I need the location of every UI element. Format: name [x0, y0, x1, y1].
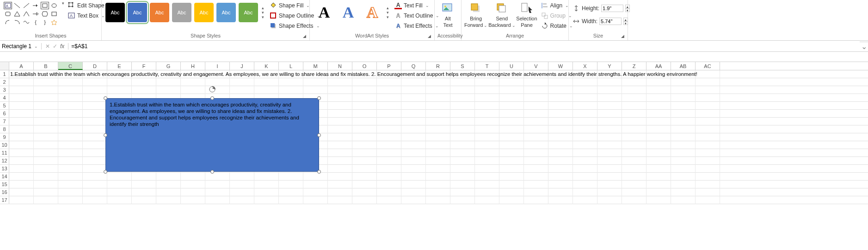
col-header-Y[interactable]: Y [597, 62, 622, 70]
cell-O8[interactable] [352, 125, 377, 133]
cell-V14[interactable] [524, 173, 548, 181]
cell-C12[interactable] [58, 157, 83, 165]
cell-L2[interactable] [279, 78, 303, 86]
cell-W17[interactable] [548, 196, 573, 204]
cell-V6[interactable] [524, 110, 548, 118]
cell-A8[interactable] [9, 125, 34, 133]
cell-P9[interactable] [377, 133, 401, 141]
cell-AB9[interactable] [671, 133, 696, 141]
cell-Q13[interactable] [401, 165, 426, 173]
cell-AA15[interactable] [646, 181, 671, 188]
cell-D12[interactable] [83, 157, 107, 165]
cell-P5[interactable] [377, 102, 401, 110]
cell-U17[interactable] [499, 196, 524, 204]
cell-Y3[interactable] [597, 86, 622, 94]
name-box-dropdown[interactable]: ⌄ [34, 44, 38, 49]
formula-accept-button[interactable]: ✓ [53, 43, 57, 50]
cell-A4[interactable] [9, 94, 34, 102]
cell-AB7[interactable] [671, 118, 696, 125]
cell-Y6[interactable] [597, 110, 622, 118]
cell-W12[interactable] [548, 157, 573, 165]
cell-N9[interactable] [328, 133, 352, 141]
selection-pane-button[interactable]: Selection Pane [516, 1, 537, 29]
cell-AA16[interactable] [646, 188, 671, 196]
cell-E2[interactable] [107, 78, 132, 86]
cell-Q6[interactable] [401, 110, 426, 118]
cell-V10[interactable] [524, 141, 548, 149]
cell-I16[interactable] [205, 188, 230, 196]
cell-N6[interactable] [328, 110, 352, 118]
cell-AA10[interactable] [646, 141, 671, 149]
cell-V8[interactable] [524, 125, 548, 133]
cell-U13[interactable] [499, 165, 524, 173]
shape-style-4[interactable]: Abc [172, 3, 191, 22]
cell-AC11[interactable] [696, 149, 720, 157]
cell-W16[interactable] [548, 188, 573, 196]
cell-B8[interactable] [34, 125, 58, 133]
cell-N3[interactable] [328, 86, 352, 94]
cell-P7[interactable] [377, 118, 401, 125]
cell-C10[interactable] [58, 141, 83, 149]
cell-D14[interactable] [83, 173, 107, 181]
cell-Z7[interactable] [622, 118, 646, 125]
cell-K17[interactable] [254, 196, 279, 204]
cell-A3[interactable] [9, 86, 34, 94]
cell-N16[interactable] [328, 188, 352, 196]
cell-K2[interactable] [254, 78, 279, 86]
cell-J14[interactable] [230, 173, 254, 181]
cell-R3[interactable] [426, 86, 450, 94]
cell-H17[interactable] [181, 196, 205, 204]
cell-Z9[interactable] [622, 133, 646, 141]
cell-AA4[interactable] [646, 94, 671, 102]
cell-Y16[interactable] [597, 188, 622, 196]
cell-AB13[interactable] [671, 165, 696, 173]
cell-T12[interactable] [475, 157, 499, 165]
cell-B7[interactable] [34, 118, 58, 125]
cell-S12[interactable] [450, 157, 475, 165]
col-header-H[interactable]: H [181, 62, 205, 70]
cell-Q16[interactable] [401, 188, 426, 196]
cell-N12[interactable] [328, 157, 352, 165]
cell-X5[interactable] [573, 102, 597, 110]
row-header-4[interactable]: 4 [0, 94, 9, 101]
cell-B17[interactable] [34, 196, 58, 204]
cell-C2[interactable] [58, 78, 83, 86]
col-header-Z[interactable]: Z [622, 62, 646, 70]
cell-C16[interactable] [58, 188, 83, 196]
cell-J15[interactable] [230, 181, 254, 188]
cell-V2[interactable] [524, 78, 548, 86]
cell-Q14[interactable] [401, 173, 426, 181]
cell-R5[interactable] [426, 102, 450, 110]
cell-V15[interactable] [524, 181, 548, 188]
cell-AA17[interactable] [646, 196, 671, 204]
cell-T17[interactable] [475, 196, 499, 204]
cell-L17[interactable] [279, 196, 303, 204]
row-header-8[interactable]: 8 [0, 125, 9, 133]
size-launcher[interactable]: ◢ [621, 34, 627, 39]
select-all-corner[interactable] [0, 62, 9, 70]
cell-B14[interactable] [34, 173, 58, 181]
cell-S7[interactable] [450, 118, 475, 125]
cell-D8[interactable] [83, 125, 107, 133]
cell-D16[interactable] [83, 188, 107, 196]
cell-R6[interactable] [426, 110, 450, 118]
cell-AB15[interactable] [671, 181, 696, 188]
row-header-1[interactable]: 1 [0, 70, 9, 78]
cell-B11[interactable] [34, 149, 58, 157]
cell-N5[interactable] [328, 102, 352, 110]
cell-S11[interactable] [450, 149, 475, 157]
cell-T6[interactable] [475, 110, 499, 118]
cell-Z15[interactable] [622, 181, 646, 188]
cell-T4[interactable] [475, 94, 499, 102]
cell-AC4[interactable] [696, 94, 720, 102]
cell-P3[interactable] [377, 86, 401, 94]
cell-AC17[interactable] [696, 196, 720, 204]
shape-style-3[interactable]: Abc [150, 3, 169, 22]
cell-J17[interactable] [230, 196, 254, 204]
row-header-12[interactable]: 12 [0, 157, 9, 164]
cell-AB10[interactable] [671, 141, 696, 149]
cell-N15[interactable] [328, 181, 352, 188]
resize-handle-tr[interactable] [317, 96, 321, 100]
col-header-K[interactable]: K [254, 62, 279, 70]
cell-S3[interactable] [450, 86, 475, 94]
